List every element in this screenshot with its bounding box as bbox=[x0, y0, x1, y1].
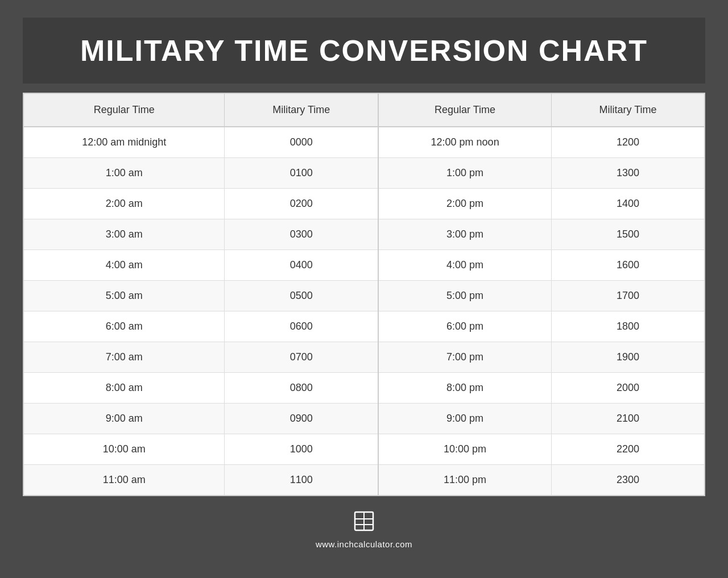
table-cell-row10-col1: 1000 bbox=[225, 434, 378, 465]
table-row: 5:00 am05005:00 pm1700 bbox=[24, 281, 704, 311]
table-cell-row2-col3: 1400 bbox=[552, 189, 704, 219]
table-row: 10:00 am100010:00 pm2200 bbox=[24, 434, 704, 465]
table-cell-row4-col1: 0400 bbox=[225, 250, 378, 281]
table-cell-row2-col0: 2:00 am bbox=[24, 189, 225, 219]
table-cell-row6-col2: 6:00 pm bbox=[378, 311, 551, 342]
table-cell-row10-col3: 2200 bbox=[552, 434, 704, 465]
table-cell-row11-col0: 11:00 am bbox=[24, 465, 225, 496]
col-header-regular-time-1: Regular Time bbox=[24, 94, 225, 127]
col-header-military-time-2: Military Time bbox=[552, 94, 704, 127]
table-cell-row5-col2: 5:00 pm bbox=[378, 281, 551, 311]
table-cell-row10-col0: 10:00 am bbox=[24, 434, 225, 465]
table-cell-row5-col0: 5:00 am bbox=[24, 281, 225, 311]
table-row: 11:00 am110011:00 pm2300 bbox=[24, 465, 704, 496]
table-cell-row2-col1: 0200 bbox=[225, 189, 378, 219]
table-cell-row3-col2: 3:00 pm bbox=[378, 219, 551, 250]
table-cell-row0-col1: 0000 bbox=[225, 127, 378, 158]
table-cell-row1-col2: 1:00 pm bbox=[378, 158, 551, 189]
table-cell-row3-col0: 3:00 am bbox=[24, 219, 225, 250]
table-cell-row4-col0: 4:00 am bbox=[24, 250, 225, 281]
table-cell-row5-col1: 0500 bbox=[225, 281, 378, 311]
calculator-icon bbox=[353, 510, 375, 535]
table-cell-row6-col0: 6:00 am bbox=[24, 311, 225, 342]
table-cell-row9-col1: 0900 bbox=[225, 404, 378, 434]
table-cell-row7-col0: 7:00 am bbox=[24, 342, 225, 373]
page-wrapper: MILITARY TIME CONVERSION CHART Regular T… bbox=[0, 0, 728, 578]
table-row: 9:00 am09009:00 pm2100 bbox=[24, 404, 704, 434]
table-cell-row8-col3: 2000 bbox=[552, 373, 704, 404]
table-cell-row8-col1: 0800 bbox=[225, 373, 378, 404]
table-header-row: Regular Time Military Time Regular Time … bbox=[24, 94, 704, 127]
conversion-table: Regular Time Military Time Regular Time … bbox=[24, 94, 704, 495]
footer-section: www.inchcalculator.com bbox=[316, 510, 412, 549]
table-row: 1:00 am01001:00 pm1300 bbox=[24, 158, 704, 189]
table-cell-row9-col2: 9:00 pm bbox=[378, 404, 551, 434]
table-cell-row4-col2: 4:00 pm bbox=[378, 250, 551, 281]
table-cell-row9-col3: 2100 bbox=[552, 404, 704, 434]
table-row: 4:00 am04004:00 pm1600 bbox=[24, 250, 704, 281]
website-url: www.inchcalculator.com bbox=[316, 539, 412, 549]
table-cell-row3-col1: 0300 bbox=[225, 219, 378, 250]
table-cell-row1-col1: 0100 bbox=[225, 158, 378, 189]
table-row: 3:00 am03003:00 pm1500 bbox=[24, 219, 704, 250]
table-row: 2:00 am02002:00 pm1400 bbox=[24, 189, 704, 219]
table-cell-row8-col2: 8:00 pm bbox=[378, 373, 551, 404]
col-header-military-time-1: Military Time bbox=[225, 94, 378, 127]
title-section: MILITARY TIME CONVERSION CHART bbox=[23, 18, 705, 84]
col-header-regular-time-2: Regular Time bbox=[378, 94, 551, 127]
table-cell-row6-col1: 0600 bbox=[225, 311, 378, 342]
table-cell-row11-col3: 2300 bbox=[552, 465, 704, 496]
table-row: 7:00 am07007:00 pm1900 bbox=[24, 342, 704, 373]
table-cell-row7-col1: 0700 bbox=[225, 342, 378, 373]
table-cell-row11-col1: 1100 bbox=[225, 465, 378, 496]
table-row: 6:00 am06006:00 pm1800 bbox=[24, 311, 704, 342]
table-cell-row7-col2: 7:00 pm bbox=[378, 342, 551, 373]
table-cell-row5-col3: 1700 bbox=[552, 281, 704, 311]
table-row: 8:00 am08008:00 pm2000 bbox=[24, 373, 704, 404]
page-title: MILITARY TIME CONVERSION CHART bbox=[34, 34, 694, 68]
table-row: 12:00 am midnight000012:00 pm noon1200 bbox=[24, 127, 704, 158]
table-cell-row3-col3: 1500 bbox=[552, 219, 704, 250]
table-cell-row0-col0: 12:00 am midnight bbox=[24, 127, 225, 158]
table-cell-row0-col3: 1200 bbox=[552, 127, 704, 158]
table-container: Regular Time Military Time Regular Time … bbox=[23, 93, 705, 496]
table-cell-row0-col2: 12:00 pm noon bbox=[378, 127, 551, 158]
table-cell-row10-col2: 10:00 pm bbox=[378, 434, 551, 465]
table-cell-row8-col0: 8:00 am bbox=[24, 373, 225, 404]
table-cell-row11-col2: 11:00 pm bbox=[378, 465, 551, 496]
table-cell-row7-col3: 1900 bbox=[552, 342, 704, 373]
table-cell-row6-col3: 1800 bbox=[552, 311, 704, 342]
table-cell-row1-col0: 1:00 am bbox=[24, 158, 225, 189]
table-cell-row4-col3: 1600 bbox=[552, 250, 704, 281]
table-cell-row1-col3: 1300 bbox=[552, 158, 704, 189]
table-cell-row2-col2: 2:00 pm bbox=[378, 189, 551, 219]
table-cell-row9-col0: 9:00 am bbox=[24, 404, 225, 434]
